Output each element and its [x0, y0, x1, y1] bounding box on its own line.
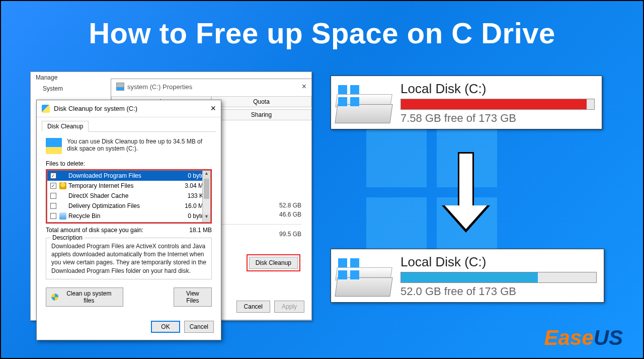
files-to-delete-label: Files to delete: [37, 160, 221, 169]
checkbox[interactable]: ✓ [50, 183, 56, 189]
item-name: Downloaded Program Files [68, 172, 179, 179]
file-icon [59, 172, 66, 179]
cleanup-info: You can use Disk Cleanup to free up to 3… [67, 138, 212, 154]
arrow-down-icon [442, 152, 490, 238]
bin-icon [59, 212, 66, 220]
brand-logo: EaseUS [544, 326, 623, 350]
tab-quota[interactable]: Quota [211, 96, 311, 107]
drive-card-after: Local Disk (C:) 52.0 GB free of 173 GB [331, 249, 604, 303]
checkbox[interactable] [50, 203, 56, 209]
list-item[interactable]: ✓Temporary Internet Files3.04 MB [47, 181, 210, 191]
highlight-box: Disk Cleanup [247, 254, 300, 271]
page-title: How to Free up Space on C Drive [1, 16, 643, 50]
dialog-title: Disk Cleanup for system (C:) [54, 105, 137, 112]
drive-free-text: 52.0 GB free of 173 GB [400, 283, 597, 298]
scroll-down-icon[interactable]: ▼ [203, 214, 210, 222]
item-name: Recycle Bin [68, 212, 179, 220]
ok-button[interactable]: OK [151, 321, 180, 333]
drive-free-text: 7.58 GB free of 173 GB [400, 110, 595, 125]
checkbox[interactable] [50, 193, 56, 199]
list-item[interactable]: Recycle Bin0 bytes [47, 211, 210, 221]
description-label: Description [50, 234, 85, 241]
highlight-box: ✓Downloaded Program Files0 bytes✓Tempora… [46, 169, 212, 224]
list-item[interactable]: ✓Downloaded Program Files0 bytes [47, 171, 210, 181]
disk-cleanup-button[interactable]: Disk Cleanup [249, 257, 298, 269]
props-apply-button[interactable]: Apply [274, 301, 304, 313]
disk-cleanup-icon [46, 138, 62, 154]
item-name: Temporary Internet Files [68, 182, 179, 189]
drive-icon [336, 256, 391, 297]
drive-name: Local Disk (C:) [400, 81, 595, 99]
scroll-thumb[interactable] [204, 179, 209, 199]
usage-bar [400, 272, 597, 283]
clean-system-files-button[interactable]: Clean up system files [46, 288, 123, 307]
item-name: Delivery Optimization Files [68, 202, 179, 209]
file-icon [59, 192, 66, 199]
total-value: 18.1 MB [189, 227, 212, 234]
checkbox[interactable] [50, 213, 56, 219]
list-item[interactable]: Delivery Optimization Files16.0 MB [47, 201, 210, 211]
disk-cleanup-dialog: Disk Cleanup for system (C:) × Disk Clea… [36, 100, 221, 340]
view-files-button[interactable]: View Files [174, 288, 212, 307]
shield-icon [51, 294, 58, 301]
usage-bar [400, 99, 595, 110]
files-list[interactable]: ✓Downloaded Program Files0 bytes✓Tempora… [47, 170, 211, 223]
drive-card-before: Local Disk (C:) 7.58 GB free of 173 GB [331, 76, 602, 129]
disk-cleanup-icon [42, 105, 50, 113]
scrollbar[interactable]: ▲ ▼ [202, 171, 210, 222]
file-icon [59, 202, 66, 209]
drive-icon [336, 83, 391, 123]
tab-disk-cleanup[interactable]: Disk Cleanup [42, 121, 89, 132]
description-text: Downloaded Program Files are ActiveX con… [51, 242, 206, 275]
properties-title: system (C:) Properties [127, 83, 192, 91]
cancel-button[interactable]: Cancel [184, 321, 214, 333]
lock-icon [59, 182, 66, 189]
checkbox[interactable]: ✓ [50, 173, 56, 179]
drive-name: Local Disk (C:) [400, 254, 597, 272]
scroll-up-icon[interactable]: ▲ [203, 171, 210, 179]
tab-sharing[interactable]: Sharing [211, 109, 311, 120]
close-icon[interactable]: × [210, 103, 216, 114]
item-name: DirectX Shader Cache [68, 192, 179, 199]
drive-icon [116, 83, 124, 91]
close-icon[interactable]: × [302, 82, 306, 91]
props-cancel-button[interactable]: Cancel [236, 301, 270, 313]
list-item[interactable]: DirectX Shader Cache133 KB [47, 191, 210, 201]
total-label: Total amount of disk space you gain: [46, 227, 143, 234]
